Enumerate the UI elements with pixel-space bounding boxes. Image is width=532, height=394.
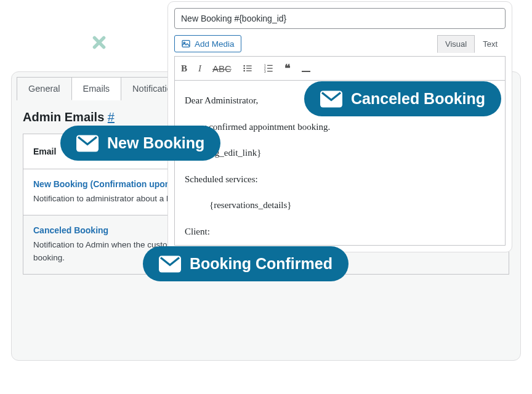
svg-rect-13 [267,68,273,68]
editor-paragraph: {booking_edit_link} [185,144,495,162]
add-media-button[interactable]: Add Media [174,35,241,52]
settings-tabs: General Emails Notifications [17,77,192,100]
editor-paragraph: Scheduled services: [185,171,495,188]
mail-icon [159,255,181,273]
tab-general[interactable]: General [17,77,72,100]
svg-rect-5 [246,65,252,66]
section-anchor-link[interactable]: # [108,110,115,124]
editor-paragraph: {reservations_details} [185,196,495,214]
svg-point-6 [243,68,245,70]
editor-tab-visual[interactable]: Visual [437,35,475,53]
canceled-booking-pill: Canceled Booking [304,81,501,116]
editor-tab-text[interactable]: Text [475,35,506,53]
svg-rect-7 [246,68,252,68]
svg-rect-9 [246,70,252,71]
bullet-list-button[interactable] [243,63,252,73]
mail-icon [320,90,342,108]
x-decoration-icon [91,34,107,50]
email-editor-panel: Add Media Visual Text B I ABC 123 ❝ Dear… [167,1,512,252]
svg-rect-11 [267,65,273,66]
mail-icon [76,135,99,152]
page-title: Admin Emails # [23,110,115,124]
svg-point-8 [243,70,245,72]
bold-button[interactable]: B [181,63,187,74]
media-icon [181,39,191,49]
tab-emails[interactable]: Emails [71,77,122,100]
numbered-list-button[interactable]: 123 [264,63,273,73]
strikethrough-button[interactable]: ABC [212,63,232,74]
svg-point-4 [243,65,245,67]
editor-toolbar: B I ABC 123 ❝ [174,56,506,81]
blockquote-button[interactable]: ❝ [284,62,291,75]
editor-paragraph: Client: [185,223,495,241]
editor-mode-tabs: Visual Text [437,35,506,53]
svg-text:3: 3 [264,70,266,73]
editor-paragraph: a new confirmed appointment booking. [185,118,495,136]
booking-confirmed-pill: Booking Confirmed [143,246,349,281]
svg-rect-15 [267,71,273,71]
new-booking-pill: New Booking [60,126,220,161]
italic-button[interactable]: I [198,63,201,74]
horizontal-rule-button[interactable] [302,63,310,74]
subject-input[interactable] [174,8,506,29]
